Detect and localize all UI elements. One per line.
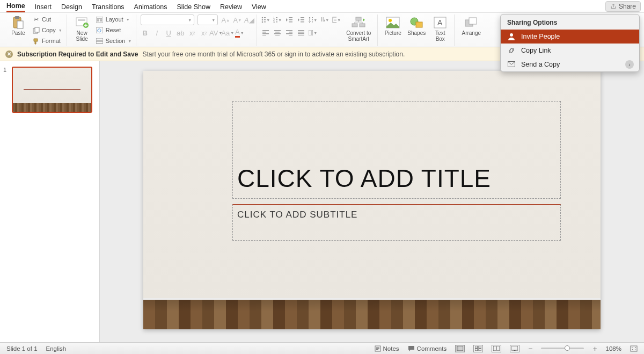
slide[interactable]: CLICK TO ADD TITLE CLICK TO ADD SUBTITLE (143, 71, 601, 329)
subtitle-placeholder[interactable]: CLICK TO ADD SUBTITLE (232, 204, 561, 241)
convert-smartart-button[interactable]: Convert to SmartArt (343, 15, 374, 42)
format-painter-button[interactable]: Format (31, 36, 63, 46)
svg-rect-79 (475, 349, 478, 351)
svg-rect-57 (312, 30, 313, 35)
svg-rect-39 (334, 20, 336, 20)
increase-font-icon[interactable]: A▲ (221, 16, 230, 24)
share-invite-people[interactable]: Invite People (501, 30, 639, 44)
font-size-select[interactable]: ▼ (197, 15, 218, 25)
section-button[interactable]: Section▼ (95, 36, 133, 46)
layout-button[interactable]: Layout▼ (95, 15, 133, 24)
svg-rect-82 (511, 346, 518, 350)
share-button[interactable]: Share (605, 1, 641, 12)
zoom-level[interactable]: 108% (606, 345, 621, 352)
slideshow-view-button[interactable] (510, 345, 519, 352)
banner-title: Subscription Required to Edit and Save (17, 50, 138, 58)
new-slide-button[interactable]: New Slide (71, 15, 93, 42)
tab-home[interactable]: Home (6, 0, 25, 12)
arrange-button[interactable]: Arrange (459, 15, 484, 37)
new-slide-label: New Slide (76, 31, 88, 42)
svg-rect-42 (262, 33, 269, 34)
comments-button[interactable]: Comments (408, 345, 447, 352)
svg-rect-40 (262, 30, 269, 31)
change-case-icon[interactable]: Aa▼ (223, 28, 232, 37)
svg-rect-51 (289, 35, 292, 35)
tab-review[interactable]: Review (220, 1, 242, 12)
numbering-icon[interactable]: 123▼ (273, 16, 282, 24)
tab-transitions[interactable]: Transitions (92, 1, 125, 12)
svg-text:IIA: IIA (321, 17, 325, 23)
svg-rect-28 (289, 19, 292, 20)
textbox-icon: A (433, 16, 447, 30)
columns-icon[interactable]: ▼ (309, 28, 317, 37)
paste-button[interactable]: Paste (8, 15, 29, 37)
svg-rect-53 (298, 32, 304, 33)
svg-rect-77 (475, 346, 478, 348)
notes-icon (375, 345, 381, 352)
zoom-slider[interactable] (541, 348, 584, 349)
align-left-icon[interactable] (261, 28, 270, 37)
svg-rect-41 (262, 32, 266, 33)
align-center-icon[interactable] (273, 28, 282, 37)
slide-floor-graphic (143, 300, 601, 329)
svg-rect-13 (96, 38, 103, 40)
superscript-icon[interactable]: x2 (200, 28, 208, 37)
decrease-font-icon[interactable]: A▼ (233, 16, 241, 24)
font-family-select[interactable]: ▼ (141, 15, 194, 25)
zoom-out-button[interactable]: − (528, 344, 532, 353)
tab-view[interactable]: View (252, 1, 266, 12)
reset-icon (96, 26, 104, 34)
textbox-button[interactable]: A Text Box (429, 15, 451, 42)
tab-design[interactable]: Design (61, 1, 82, 12)
bullets-icon[interactable]: ▼ (261, 16, 270, 24)
zoom-thumb[interactable] (565, 345, 570, 351)
align-right-icon[interactable] (285, 28, 294, 37)
tab-animations[interactable]: Animations (134, 1, 167, 12)
justify-icon[interactable] (297, 28, 305, 37)
picture-button[interactable]: Picture (382, 15, 404, 37)
share-send-copy[interactable]: Send a Copy › (501, 57, 639, 71)
zoom-in-button[interactable]: + (592, 344, 597, 353)
warning-icon: ✕ (5, 50, 13, 58)
bold-icon[interactable]: B (141, 28, 149, 37)
slide-thumbnail-1[interactable] (12, 67, 92, 113)
char-spacing-icon[interactable]: AV▼ (211, 28, 220, 37)
slide-canvas-area[interactable]: CLICK TO ADD TITLE CLICK TO ADD SUBTITLE (100, 61, 644, 342)
group-insert: Picture Shapes A Text Box (379, 15, 455, 46)
sorter-view-button[interactable] (473, 345, 483, 352)
sharing-popover: Sharing Options Invite People Copy Link … (500, 14, 640, 72)
svg-rect-59 (352, 24, 357, 27)
share-copy-link[interactable]: Copy Link (501, 44, 639, 57)
banner-message: Start your free one month trial of Micro… (142, 50, 405, 58)
indent-icon[interactable] (297, 16, 305, 24)
text-direction-icon[interactable]: IIA▼ (320, 16, 329, 24)
subscript-icon[interactable]: x2 (188, 28, 196, 37)
cut-button[interactable]: ✂Cut (31, 15, 63, 24)
reading-view-button[interactable] (492, 345, 501, 352)
notes-button[interactable]: Notes (375, 345, 399, 352)
tab-insert[interactable]: Insert (35, 1, 52, 12)
fit-window-button[interactable] (630, 345, 638, 352)
line-spacing-icon[interactable]: ▼ (309, 16, 317, 24)
picture-icon (386, 16, 400, 30)
italic-icon[interactable]: I (152, 28, 161, 37)
align-text-icon[interactable]: ▼ (332, 16, 341, 24)
normal-view-button[interactable] (455, 345, 465, 352)
copy-button[interactable]: Copy▼ (31, 25, 63, 35)
tab-slideshow[interactable]: Slide Show (177, 1, 210, 12)
reset-button[interactable]: Reset (95, 25, 133, 35)
language-indicator[interactable]: English (46, 345, 67, 352)
arrange-icon (464, 16, 478, 30)
smartart-icon (352, 16, 365, 30)
shapes-button[interactable]: Shapes (406, 15, 427, 37)
svg-rect-60 (360, 24, 365, 27)
outdent-icon[interactable] (285, 16, 294, 24)
clear-formatting-icon[interactable]: A◢ (245, 16, 253, 24)
underline-icon[interactable]: U (164, 28, 173, 37)
strike-icon[interactable]: ab (176, 28, 185, 37)
font-color-icon[interactable]: A▼ (235, 28, 244, 37)
svg-rect-74 (376, 349, 378, 350)
svg-rect-33 (312, 17, 313, 18)
title-placeholder[interactable]: CLICK TO ADD TITLE (232, 101, 561, 199)
subtitle-placeholder-text: CLICK TO ADD SUBTITLE (237, 209, 357, 220)
